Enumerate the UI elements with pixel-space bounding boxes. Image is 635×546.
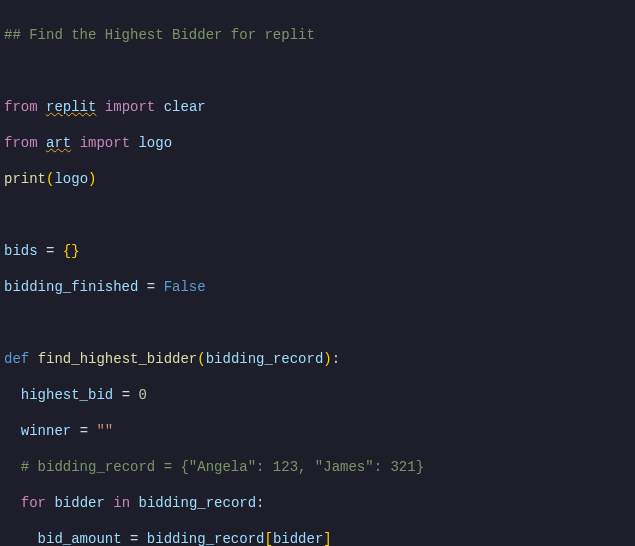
- code-line: [4, 314, 631, 332]
- code-line: from replit import clear: [4, 98, 631, 116]
- import-logo: logo: [138, 135, 172, 151]
- code-line: [4, 62, 631, 80]
- module-art: art: [46, 135, 71, 151]
- string-empty: "": [96, 423, 113, 439]
- var-bidding-finished: bidding_finished: [4, 279, 138, 295]
- number-0: 0: [138, 387, 146, 403]
- comment: ## Find the Highest Bidder for replit: [4, 27, 315, 43]
- var-bidder: bidder: [273, 531, 323, 546]
- code-line: ## Find the Highest Bidder for replit: [4, 26, 631, 44]
- paren-close: ): [88, 171, 96, 187]
- comment: # bidding_record = {"Angela": 123, "Jame…: [21, 459, 424, 475]
- var-bid-amount: bid_amount: [38, 531, 122, 546]
- import-clear: clear: [164, 99, 206, 115]
- code-line: bidding_finished = False: [4, 278, 631, 296]
- keyword-import: import: [80, 135, 130, 151]
- code-line: bid_amount = bidding_record[bidder]: [4, 530, 631, 546]
- code-line: [4, 206, 631, 224]
- param-bidding-record: bidding_record: [206, 351, 324, 367]
- keyword-for: for: [21, 495, 46, 511]
- code-line: highest_bid = 0: [4, 386, 631, 404]
- code-line: for bidder in bidding_record:: [4, 494, 631, 512]
- var-highest-bid: highest_bid: [21, 387, 113, 403]
- code-line: winner = "": [4, 422, 631, 440]
- var-logo: logo: [54, 171, 88, 187]
- var-winner: winner: [21, 423, 71, 439]
- var-bidder: bidder: [54, 495, 104, 511]
- var-bidding-record: bidding_record: [147, 531, 265, 546]
- keyword-import: import: [105, 99, 155, 115]
- keyword-def: def: [4, 351, 29, 367]
- call-print: print: [4, 171, 46, 187]
- paren-open: (: [197, 351, 205, 367]
- bracket-open: [: [264, 531, 272, 546]
- brace-open: {: [63, 243, 71, 259]
- code-line: def find_highest_bidder(bidding_record):: [4, 350, 631, 368]
- code-line: print(logo): [4, 170, 631, 188]
- code-line: from art import logo: [4, 134, 631, 152]
- var-bids: bids: [4, 243, 38, 259]
- module-replit: replit: [46, 99, 96, 115]
- var-bidding-record: bidding_record: [138, 495, 256, 511]
- code-line: bids = {}: [4, 242, 631, 260]
- code-editor[interactable]: ## Find the Highest Bidder for replit fr…: [0, 0, 635, 546]
- brace-close: }: [71, 243, 79, 259]
- func-def-find-highest-bidder: find_highest_bidder: [38, 351, 198, 367]
- bracket-close: ]: [323, 531, 331, 546]
- keyword-in: in: [113, 495, 130, 511]
- keyword-from: from: [4, 135, 38, 151]
- keyword-from: from: [4, 99, 38, 115]
- paren-close: ): [323, 351, 331, 367]
- code-line: # bidding_record = {"Angela": 123, "Jame…: [4, 458, 631, 476]
- const-false: False: [164, 279, 206, 295]
